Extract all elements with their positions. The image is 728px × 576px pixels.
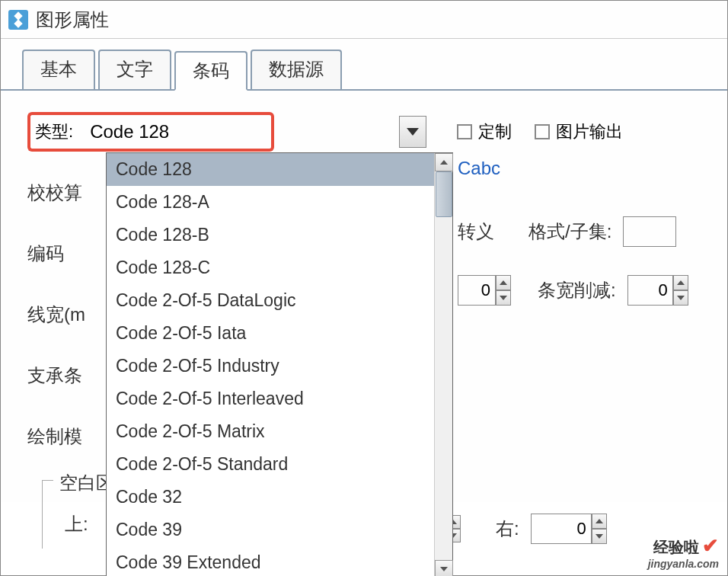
app-icon bbox=[8, 10, 28, 30]
linewidth-value[interactable]: 0 bbox=[458, 275, 496, 306]
dropdown-option[interactable]: Code 39 Extended bbox=[107, 546, 452, 576]
imageout-checkbox[interactable] bbox=[535, 124, 550, 139]
watermark: 经验啦 ✔ jingyanla.com bbox=[648, 534, 719, 570]
right-field: 右: 0 bbox=[445, 514, 607, 544]
imageout-checkbox-item[interactable]: 图片输出 bbox=[535, 120, 623, 143]
window: 图形属性 基本 文字 条码 数据源 类型: Code 128 定制 bbox=[0, 0, 728, 576]
dropdown-option[interactable]: Code 128-B bbox=[107, 219, 452, 251]
top-label: 上: bbox=[65, 512, 88, 536]
arrow-down-icon bbox=[595, 534, 603, 539]
imageout-label: 图片输出 bbox=[556, 120, 623, 143]
dropdown-option[interactable]: Code 2-Of-5 Industry bbox=[107, 350, 452, 382]
check-icon: ✔ bbox=[702, 534, 719, 557]
arrow-up-icon bbox=[595, 519, 603, 523]
linewidth-spinner bbox=[496, 275, 511, 306]
checksum-label: 校校算 bbox=[27, 181, 82, 205]
arrow-up-icon bbox=[677, 280, 685, 285]
custom-checkbox-item[interactable]: 定制 bbox=[457, 120, 512, 143]
right-value[interactable]: 0 bbox=[531, 514, 592, 544]
arrow-down-icon bbox=[677, 296, 685, 300]
arrow-up-icon bbox=[500, 280, 507, 285]
custom-label: 定制 bbox=[478, 120, 512, 143]
type-row: 类型: Code 128 定制 图片输出 bbox=[27, 114, 701, 150]
dropdown-option[interactable]: Code 2-Of-5 Iata bbox=[107, 317, 452, 350]
type-select-highlight: Code 128 bbox=[82, 112, 274, 152]
barreduce-spinner-down[interactable] bbox=[673, 290, 688, 306]
watermark-brand: 经验啦 bbox=[653, 539, 699, 555]
right-label: 右: bbox=[496, 517, 519, 541]
chevron-down-icon bbox=[407, 128, 419, 136]
encoding-label: 编码 bbox=[27, 242, 64, 266]
watermark-url: jingyanla.com bbox=[648, 558, 719, 570]
barreduce-spinner-up[interactable] bbox=[673, 275, 688, 290]
scrollbar-down-button[interactable] bbox=[435, 560, 453, 576]
right-spinner-up[interactable] bbox=[592, 514, 607, 529]
support-label: 支承条 bbox=[27, 363, 82, 388]
escape-label: 转义 bbox=[458, 219, 494, 244]
right-spinner bbox=[592, 514, 607, 544]
barreduce-value[interactable]: 0 bbox=[627, 275, 673, 306]
linewidth-spinner-up[interactable] bbox=[496, 275, 511, 290]
scrollbar-thumb[interactable] bbox=[436, 171, 452, 217]
tab-basic[interactable]: 基本 bbox=[22, 50, 95, 89]
dropdown-option[interactable]: Code 2-Of-5 Interleaved bbox=[107, 382, 452, 415]
tab-text[interactable]: 文字 bbox=[98, 50, 171, 89]
scrollbar-up-button[interactable] bbox=[435, 153, 453, 171]
barreduce-spinner bbox=[673, 275, 688, 306]
dropdown-option[interactable]: Code 39 bbox=[107, 514, 452, 546]
formatsub-input[interactable] bbox=[623, 216, 676, 247]
checkbox-group: 定制 图片输出 bbox=[457, 120, 646, 143]
dropdown-scrollbar[interactable] bbox=[434, 153, 452, 576]
linewidth-spinner-down[interactable] bbox=[496, 290, 511, 306]
cabc-link[interactable]: Cabc bbox=[458, 158, 500, 179]
tab-datasource[interactable]: 数据源 bbox=[251, 50, 342, 89]
dropdown-option[interactable]: Code 128-C bbox=[107, 251, 452, 284]
arrow-down-icon bbox=[500, 296, 507, 300]
dropdown-option[interactable]: Code 2-Of-5 Matrix bbox=[107, 415, 452, 448]
titlebar: 图形属性 bbox=[1, 1, 727, 39]
drawmode-label: 绘制模 bbox=[27, 424, 82, 449]
tab-bar: 基本 文字 条码 数据源 bbox=[1, 39, 727, 91]
type-dropdown-remainder[interactable] bbox=[274, 115, 426, 149]
formatsub-label: 格式/子集: bbox=[528, 219, 611, 244]
type-dropdown-list: Code 128 Code 128-A Code 128-B Code 128-… bbox=[106, 152, 453, 576]
top-field: 上: bbox=[65, 512, 100, 536]
arrow-down-icon bbox=[440, 567, 448, 571]
dropdown-option[interactable]: Code 128-A bbox=[107, 186, 452, 219]
type-label: 类型: bbox=[27, 112, 82, 152]
dropdown-option[interactable]: Code 2-Of-5 Standard bbox=[107, 448, 452, 481]
dropdown-option[interactable]: Code 2-Of-5 DataLogic bbox=[107, 284, 452, 317]
type-select-value: Code 128 bbox=[90, 121, 169, 142]
dropdown-option[interactable]: Code 128 bbox=[107, 153, 452, 186]
custom-checkbox[interactable] bbox=[457, 124, 472, 139]
dropdown-option[interactable]: Code 32 bbox=[107, 481, 452, 514]
linewidth-label: 线宽(m bbox=[27, 302, 85, 327]
barreduce-label: 条宽削减: bbox=[538, 278, 616, 302]
arrow-up-icon bbox=[440, 160, 448, 165]
type-dropdown-button[interactable] bbox=[399, 116, 426, 148]
window-title: 图形属性 bbox=[36, 8, 109, 32]
right-spinner-down[interactable] bbox=[592, 529, 607, 544]
tab-barcode[interactable]: 条码 bbox=[174, 51, 247, 91]
